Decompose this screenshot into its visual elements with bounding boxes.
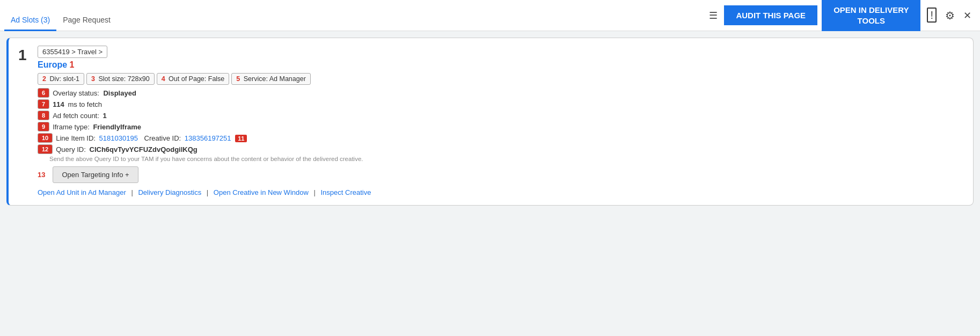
main-content: 1 6355419 > Travel > Europe 1 2 Div: slo… — [0, 31, 980, 212]
overlay-value: Displayed — [103, 89, 136, 97]
targeting-row: 13 Open Targeting Info + — [38, 166, 963, 183]
info-pills: 2 Div: slot-1 3 Slot size: 728x90 4 Out … — [38, 73, 963, 85]
fetch-badge: 7 — [38, 99, 49, 109]
creative-label: Creative ID: — [144, 134, 181, 142]
creative-value[interactable]: 138356197251 — [185, 134, 231, 142]
tab-ad-slots[interactable]: Ad Slots (3) — [4, 1, 56, 31]
slot-name-text: Europe — [38, 60, 67, 69]
slot-name-row: Europe 1 — [38, 60, 963, 70]
pill-out-of-page-label: Out of Page: False — [169, 75, 224, 83]
lineitem-row: 10 Line Item ID: 5181030195 Creative ID:… — [38, 133, 963, 143]
fetch-ms: 114 — [53, 100, 64, 108]
link-ad-unit[interactable]: Open Ad Unit in Ad Manager — [38, 188, 126, 196]
feedback-icon: ! — [927, 8, 937, 23]
close-button[interactable]: ✕ — [959, 5, 976, 26]
creative-num: 11 — [238, 135, 244, 142]
fetch-text: 114 ms to fetch — [53, 100, 102, 108]
tab-page-request-label: Page Request — [63, 16, 111, 24]
separator-2: | — [207, 188, 208, 196]
pill-out-of-page: 4 Out of Page: False — [157, 73, 230, 85]
query-row: 12 Query ID: CICh6qvTyvYCFUZdvQodgilKQg — [38, 144, 963, 154]
iframe-text: Iframe type: FriendlyIframe — [53, 123, 141, 131]
pill-out-of-page-num: 4 — [162, 75, 165, 83]
tab-bar: Ad Slots (3) Page Request — [4, 0, 117, 31]
tab-page-request[interactable]: Page Request — [56, 1, 117, 31]
footer-links: Open Ad Unit in Ad Manager | Delivery Di… — [38, 188, 963, 196]
targeting-num: 13 — [38, 171, 45, 179]
overlay-badge: 6 — [38, 88, 49, 98]
pill-slot-size: 3 Slot size: 728x90 — [86, 73, 155, 85]
slot-details: 6355419 > Travel > Europe 1 2 Div: slot-… — [38, 46, 963, 196]
fetch-count-text: Ad fetch count: 1 — [53, 112, 107, 120]
lineitem-num: 10 — [42, 135, 48, 141]
lineitem-value[interactable]: 5181030195 — [99, 134, 138, 142]
pill-slot-size-num: 3 — [91, 75, 95, 83]
fetch-count-row: 8 Ad fetch count: 1 — [38, 111, 963, 120]
slot-name-suffix: 1 — [70, 60, 75, 69]
overlay-num: 6 — [42, 90, 45, 96]
iframe-row: 9 Iframe type: FriendlyIframe — [38, 122, 963, 132]
pill-div-label: Div: slot-1 — [49, 75, 79, 83]
query-text: Query ID: CICh6qvTyvYCFUZdvQodgilKQg — [56, 145, 198, 154]
breadcrumb-text: 6355419 > Travel > — [42, 48, 103, 56]
slot-name: Europe 1 — [38, 60, 74, 69]
hamburger-icon: ☰ — [709, 10, 718, 21]
query-hint: Send the above Query ID to your TAM if y… — [49, 156, 963, 162]
delivery-button-line2: TOOLS — [858, 16, 885, 25]
pill-service: 5 Service: Ad Manager — [231, 73, 310, 85]
settings-button[interactable]: ⚙ — [941, 5, 959, 26]
fetch-count-badge: 8 — [38, 111, 49, 120]
fetch-count-label: Ad fetch count: — [53, 112, 99, 120]
targeting-button[interactable]: Open Targeting Info + — [53, 166, 138, 183]
overlay-text: Overlay status: Displayed — [53, 89, 136, 97]
feedback-button[interactable]: ! — [923, 5, 941, 26]
audit-button[interactable]: AUDIT THIS PAGE — [724, 5, 817, 25]
ad-slot-card: 1 6355419 > Travel > Europe 1 2 Div: slo… — [6, 38, 974, 206]
lineitem-label: Line Item ID: — [56, 134, 96, 142]
tab-ad-slots-label: Ad Slots (3) — [11, 16, 50, 24]
link-delivery-diagnostics[interactable]: Delivery Diagnostics — [138, 188, 201, 196]
breadcrumb-box: 6355419 > Travel > — [38, 46, 107, 58]
lineitem-text: Line Item ID: 5181030195 Creative ID: 13… — [56, 134, 250, 142]
fetch-label: ms to fetch — [68, 100, 102, 108]
overlay-row: 6 Overlay status: Displayed — [38, 88, 963, 98]
separator-1: | — [131, 188, 133, 196]
link-inspect-creative[interactable]: Inspect Creative — [321, 188, 371, 196]
query-badge: 12 — [38, 144, 53, 154]
audit-button-label: AUDIT THIS PAGE — [736, 11, 806, 20]
close-icon: ✕ — [963, 10, 971, 21]
iframe-label: Iframe type: — [53, 123, 90, 131]
settings-icon: ⚙ — [945, 10, 955, 21]
lineitem-badge: 10 — [38, 133, 53, 143]
query-label: Query ID: — [56, 145, 86, 154]
iframe-value: FriendlyIframe — [93, 123, 141, 131]
slot-number: 1 — [18, 46, 31, 196]
pill-slot-size-label: Slot size: 728x90 — [98, 75, 149, 83]
header: Ad Slots (3) Page Request ☰ AUDIT THIS P… — [0, 0, 980, 31]
query-value: CICh6qvTyvYCFUZdvQodgilKQg — [90, 145, 198, 154]
query-num: 12 — [42, 146, 48, 152]
iframe-num: 9 — [42, 123, 45, 130]
hamburger-button[interactable]: ☰ — [705, 5, 722, 26]
pill-div: 2 Div: slot-1 — [38, 73, 84, 85]
overlay-label: Overlay status: — [53, 89, 99, 97]
separator-3: | — [313, 188, 315, 196]
link-creative-window[interactable]: Open Creative in New Window — [214, 188, 309, 196]
delivery-button-line1: OPEN IN DELIVERY — [833, 5, 909, 14]
pill-service-num: 5 — [236, 75, 240, 83]
pill-div-num: 2 — [42, 75, 46, 83]
fetch-count-value: 1 — [103, 112, 106, 120]
fetch-num: 7 — [42, 101, 45, 107]
creative-num-badge: 11 — [235, 135, 247, 142]
fetch-row: 7 114 ms to fetch — [38, 99, 963, 109]
delivery-button[interactable]: OPEN IN DELIVERY TOOLS — [822, 0, 920, 31]
iframe-badge: 9 — [38, 122, 49, 132]
fetch-count-num: 8 — [42, 112, 45, 119]
pill-service-label: Service: Ad Manager — [244, 75, 306, 83]
